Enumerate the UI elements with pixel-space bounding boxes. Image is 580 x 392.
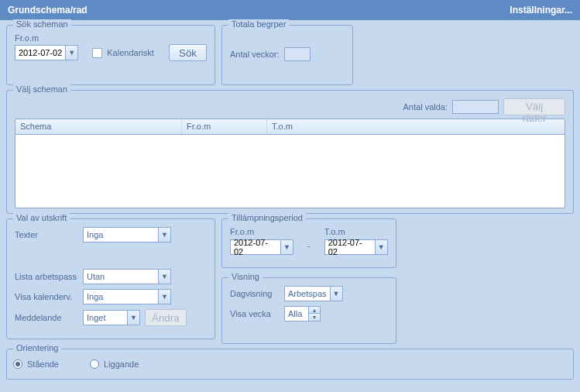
dagvisning-label: Dagvisning: [230, 289, 284, 298]
sok-button[interactable]: Sök: [169, 44, 207, 61]
tillamp-legend: Tillämpningsperiod: [228, 213, 306, 222]
chevron-down-icon[interactable]: ▼: [127, 311, 139, 325]
orientering-group: Orientering Stående Liggande: [6, 349, 574, 380]
antal-veckor-value: [284, 47, 311, 61]
antal-valda-value: [452, 100, 499, 114]
spinner-up-icon[interactable]: ▲: [309, 307, 320, 314]
tillamp-from-value: 2012-07-02: [231, 238, 280, 256]
meddelande-combo[interactable]: Inget ▼: [83, 310, 140, 325]
chevron-down-icon[interactable]: ▼: [158, 228, 170, 242]
antal-valda-label: Antal valda:: [403, 102, 448, 112]
scheman-table: Schema Fr.o.m T.o.m: [15, 119, 565, 208]
from-label: Fr.o.m: [15, 33, 207, 43]
col-schema[interactable]: Schema: [15, 119, 182, 134]
texter-value: Inga: [84, 230, 158, 239]
from-date-input[interactable]: 2012-07-02 ▼: [15, 45, 78, 60]
liggande-label: Liggande: [104, 359, 139, 369]
vecka-label: Visa vecka: [230, 309, 284, 318]
visning-group: Visning Dagvisning Arbetspas ▼ Visa veck…: [221, 277, 396, 344]
valj-rader-button: Välj rader: [503, 98, 565, 115]
totala-group: Totala begrper Antal veckor:: [221, 25, 353, 85]
valj-scheman-legend: Välj scheman: [13, 84, 70, 94]
valj-scheman-group: Välj scheman Antal valda: Välj rader Sch…: [6, 90, 574, 214]
chevron-down-icon[interactable]: ▼: [375, 240, 387, 254]
sok-scheman-legend: Sök scheman: [13, 19, 71, 29]
chevron-down-icon[interactable]: ▼: [330, 287, 342, 301]
settings-link[interactable]: Inställningar...: [510, 5, 572, 15]
totala-legend: Totala begrper: [228, 19, 289, 29]
kalendariskt-label: Kalendariskt: [107, 48, 154, 57]
kalendariskt-checkbox[interactable]: [92, 48, 102, 58]
tillamp-tom-label: T.o.m: [324, 227, 388, 236]
sok-scheman-group: Sök scheman Fr.o.m 2012-07-02 ▼ Kalendar…: [6, 25, 215, 85]
antal-veckor-label: Antal veckor:: [230, 50, 280, 59]
staende-label: Stående: [27, 359, 59, 369]
kalender-combo[interactable]: Inga ▼: [83, 289, 171, 304]
window-header: Grundschema/rad Inställningar...: [0, 0, 580, 20]
kalender-label: Visa kalenderv.: [15, 292, 83, 301]
meddelande-label: Meddelande: [15, 313, 83, 322]
kalender-value: Inga: [84, 292, 158, 301]
liggande-radio[interactable]: [90, 359, 99, 369]
period-separator: -: [307, 241, 311, 250]
visning-legend: Visning: [228, 272, 263, 281]
spinner-down-icon[interactable]: ▼: [309, 314, 320, 321]
val-utskrift-legend: Val av utskrift: [13, 213, 70, 222]
tillamp-from-input[interactable]: 2012-07-02 ▼: [230, 239, 293, 255]
window-title: Grundschema/rad: [8, 5, 88, 15]
from-date-value: 2012-07-02: [15, 48, 65, 57]
tillamp-tom-input[interactable]: 2012-07-02 ▼: [324, 239, 388, 255]
dagvisning-combo[interactable]: Arbetspas ▼: [284, 286, 343, 301]
tillamp-tom-value: 2012-07-02: [325, 238, 375, 256]
vecka-spinner[interactable]: Alla ▲ ▼: [284, 306, 321, 322]
vecka-value: Alla: [285, 307, 308, 321]
andra-button: Ändra: [145, 309, 187, 326]
table-header: Schema Fr.o.m T.o.m: [15, 119, 565, 135]
dagvisning-value: Arbetspas: [285, 289, 330, 298]
chevron-down-icon[interactable]: ▼: [280, 240, 293, 254]
col-tom[interactable]: T.o.m: [267, 119, 565, 134]
val-utskrift-group: Val av utskrift Texter Inga ▼ Lista arbe…: [6, 218, 215, 339]
chevron-down-icon[interactable]: ▼: [158, 290, 170, 304]
orientering-legend: Orientering: [13, 343, 61, 352]
chevron-down-icon[interactable]: ▼: [158, 270, 170, 284]
col-from[interactable]: Fr.o.m: [182, 119, 267, 134]
tillamp-from-label: Fr.o.m: [230, 227, 293, 236]
lista-combo[interactable]: Utan ▼: [83, 269, 171, 284]
chevron-down-icon[interactable]: ▼: [65, 46, 77, 60]
texter-combo[interactable]: Inga ▼: [83, 227, 171, 242]
lista-label: Lista arbetspass: [15, 272, 83, 281]
lista-value: Utan: [84, 272, 158, 281]
meddelande-value: Inget: [84, 313, 127, 322]
tillampningsperiod-group: Tillämpningsperiod Fr.o.m 2012-07-02 ▼ -…: [221, 218, 396, 268]
staende-radio[interactable]: [13, 359, 22, 369]
texter-label: Texter: [15, 230, 83, 239]
